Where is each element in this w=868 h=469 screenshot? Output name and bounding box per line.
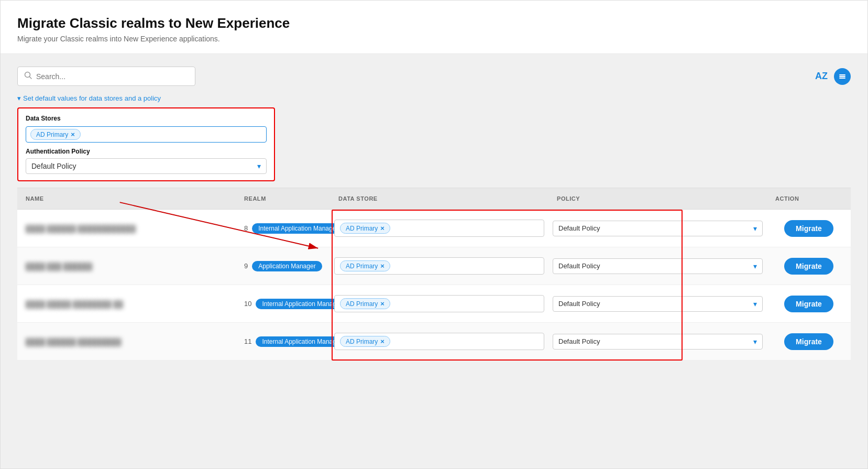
policy-dropdown-chevron: ▾	[753, 300, 757, 308]
action-cell: Migrate	[767, 215, 851, 242]
top-bar: AZ	[17, 67, 851, 86]
row-name: ████ █████ ████████ ██	[17, 295, 236, 313]
policy-chevron-icon: ▾	[257, 162, 261, 170]
policy-cell[interactable]: Default Policy ▾	[548, 215, 767, 242]
row-ds-tag-remove[interactable]: ×	[380, 337, 384, 345]
policy-dropdown[interactable]: Default Policy ▾	[553, 334, 763, 350]
ad-primary-tag-text: AD Primary	[36, 131, 68, 138]
table-row: ████ ██████ ████████████ 8 Internal Appl…	[17, 210, 851, 247]
policy-dropdown-text: Default Policy	[558, 224, 600, 232]
th-data-store: DATA STORE	[330, 192, 548, 205]
realm-cell: 8 Internal Application Manager	[236, 218, 330, 239]
search-icon	[24, 71, 32, 81]
row-ds-tag-remove[interactable]: ×	[380, 224, 384, 232]
realm-num: 11	[244, 337, 251, 345]
policy-cell[interactable]: Default Policy ▾	[548, 329, 767, 355]
page-subtitle: Migrate your Classic realms into New Exp…	[17, 35, 851, 43]
policy-select-text: Default Policy	[31, 162, 76, 170]
realm-cell: 9 Application Manager	[236, 256, 330, 277]
realm-num: 10	[244, 300, 251, 308]
ad-primary-tag-remove[interactable]: ×	[71, 130, 75, 138]
data-store-cell[interactable]: AD Primary ×	[330, 328, 548, 355]
table-header-row: NAME REALM DATA STORE POLICY ACTION	[17, 188, 851, 210]
policy-dropdown[interactable]: Default Policy ▾	[553, 221, 763, 236]
policy-dropdown-chevron: ▾	[753, 337, 757, 346]
policy-dropdown-chevron: ▾	[753, 224, 757, 233]
table-section: NAME REALM DATA STORE POLICY ACTION ████…	[17, 188, 851, 361]
blurred-name: ████ █████ ████████ ██	[26, 300, 123, 308]
search-box[interactable]	[17, 67, 195, 86]
th-realm: REALM	[236, 192, 330, 205]
page-wrapper: Migrate Classic realms to New Experience…	[0, 0, 868, 469]
action-cell: Migrate	[767, 290, 851, 318]
migrate-button[interactable]: Migrate	[784, 333, 833, 350]
list-icon	[834, 68, 851, 85]
realm-cell: 11 Internal Application Manager	[236, 331, 330, 352]
policy-cell[interactable]: Default Policy ▾	[548, 253, 767, 279]
page-content: AZ ▾ Set default values for data s	[1, 54, 867, 468]
table-row: ████ ███ ██████ 9 Application Manager AD…	[17, 247, 851, 285]
blurred-name: ████ ██████ █████████	[26, 338, 121, 346]
policy-cell[interactable]: Default Policy ▾	[548, 291, 767, 317]
page-title: Migrate Classic realms to New Experience	[17, 15, 851, 31]
policy-dropdown[interactable]: Default Policy ▾	[553, 258, 763, 274]
top-actions: AZ	[815, 68, 851, 85]
realm-badge: Application Manager	[252, 261, 322, 271]
policy-select-row[interactable]: Default Policy ▾	[26, 158, 267, 174]
policy-dropdown[interactable]: Default Policy ▾	[553, 296, 763, 312]
action-cell: Migrate	[767, 253, 851, 280]
list-view-button[interactable]	[834, 68, 851, 85]
policy-dropdown-chevron: ▾	[753, 262, 757, 270]
data-store-input-row[interactable]: AD Primary ×	[26, 126, 267, 143]
blurred-name: ████ ███ ██████	[26, 263, 92, 270]
row-ds-tag-text: AD Primary	[346, 263, 378, 270]
ds-tag-box[interactable]: AD Primary ×	[334, 220, 544, 237]
policy-dropdown-text: Default Policy	[558, 337, 600, 345]
row-ds-tag[interactable]: AD Primary ×	[340, 298, 390, 309]
table-row: ████ ██████ █████████ 11 Internal Applic…	[17, 323, 851, 361]
auth-policy-label: Authentication Policy	[26, 148, 267, 155]
data-stores-label: Data Stores	[26, 115, 267, 122]
migrate-button[interactable]: Migrate	[784, 220, 833, 237]
th-action: ACTION	[767, 192, 851, 205]
table-row: ████ █████ ████████ ██ 10 Internal Appli…	[17, 285, 851, 323]
row-ds-tag[interactable]: AD Primary ×	[340, 260, 390, 271]
ad-primary-tag[interactable]: AD Primary ×	[30, 129, 81, 140]
th-name: NAME	[17, 192, 236, 205]
row-name: ████ ██████ ████████████	[17, 219, 236, 238]
row-ds-tag[interactable]: AD Primary ×	[340, 223, 390, 234]
data-store-cell[interactable]: AD Primary ×	[330, 290, 548, 318]
row-ds-tag-text: AD Primary	[346, 300, 378, 308]
migrate-button[interactable]: Migrate	[784, 296, 833, 312]
row-name: ████ ███ ██████	[17, 257, 236, 276]
ds-tag-box[interactable]: AD Primary ×	[334, 295, 544, 312]
chevron-icon: ▾	[17, 94, 21, 102]
az-icon: AZ	[815, 71, 828, 82]
blurred-name: ████ ██████ ████████████	[26, 225, 136, 233]
row-ds-tag-remove[interactable]: ×	[380, 262, 384, 270]
defaults-toggle-link[interactable]: ▾ Set default values for data stores and…	[17, 94, 851, 102]
policy-dropdown-text: Default Policy	[558, 262, 600, 270]
data-store-cell[interactable]: AD Primary ×	[330, 252, 548, 280]
defaults-section: ▾ Set default values for data stores and…	[17, 94, 851, 181]
row-ds-tag-remove[interactable]: ×	[380, 300, 384, 308]
realm-num: 9	[244, 262, 248, 270]
page-header: Migrate Classic realms to New Experience…	[1, 1, 867, 54]
realm-cell: 10 Internal Application Manager	[236, 293, 330, 314]
row-ds-tag[interactable]: AD Primary ×	[340, 336, 390, 347]
action-cell: Migrate	[767, 328, 851, 355]
defaults-toggle-label: Set default values for data stores and a…	[23, 94, 161, 102]
ds-tag-box[interactable]: AD Primary ×	[334, 333, 544, 350]
defaults-red-box: Data Stores AD Primary × Authentication …	[17, 107, 275, 181]
th-policy: POLICY	[548, 192, 767, 205]
table-body-wrapper: ████ ██████ ████████████ 8 Internal Appl…	[17, 210, 851, 361]
data-store-cell[interactable]: AD Primary ×	[330, 214, 548, 242]
row-name: ████ ██████ █████████	[17, 332, 236, 351]
policy-dropdown-text: Default Policy	[558, 300, 600, 308]
sort-az-button[interactable]: AZ	[815, 71, 828, 82]
migrate-button[interactable]: Migrate	[784, 258, 833, 275]
ds-tag-box[interactable]: AD Primary ×	[334, 257, 544, 275]
svg-line-1	[30, 77, 32, 79]
realm-num: 8	[244, 224, 248, 232]
search-input[interactable]	[36, 72, 189, 81]
